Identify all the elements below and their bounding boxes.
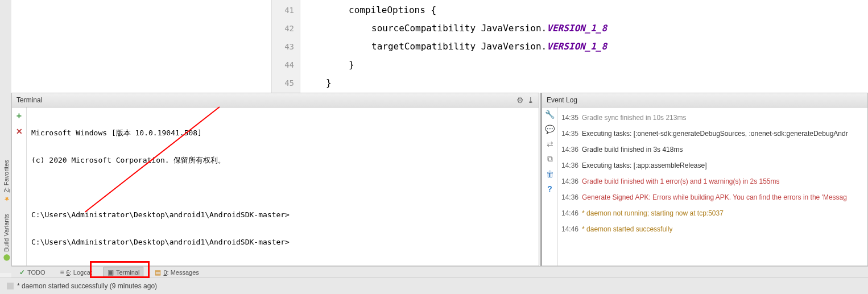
terminal-sidebar: + ✕ — [12, 107, 27, 266]
event-message: Executing tasks: [:onenet-sdk:generateDe… — [582, 130, 848, 138]
event-time: 14:46 — [561, 209, 578, 217]
event-message: Executing tasks: [:app:assembleRelease] — [582, 162, 706, 169]
event-log-title: Event Log — [547, 96, 577, 104]
help-icon[interactable]: ? — [547, 184, 552, 193]
terminal-title: Terminal — [16, 96, 42, 104]
event-message: Gradle build finished with 1 error(s) an… — [582, 177, 780, 185]
event-time: 14:36 — [561, 146, 578, 154]
logcat-tab[interactable]: ≡ 6: Logcat — [57, 267, 96, 278]
event-time: 14:36 — [561, 162, 578, 169]
code-line: sourceCompatibility JavaVersion.VERSION_… — [326, 19, 868, 38]
event-time: 14:35 — [561, 114, 578, 122]
side-tool-tabs: ★ 2: Favorites ⬤ Build Variants — [0, 0, 11, 273]
event-log-content[interactable]: 14:35 Gradle sync finished in 10s 213ms … — [558, 107, 867, 266]
android-icon: ⬤ — [2, 254, 10, 262]
messages-icon: ▤ — [155, 268, 161, 276]
terminal-output[interactable]: Microsoft Windows [版本 10.0.19041.508] (c… — [27, 107, 539, 266]
line-number: 42 — [272, 19, 300, 38]
line-number: 45 — [272, 74, 300, 92]
terminal-icon: ▣ — [108, 268, 114, 276]
line-number: 43 — [272, 38, 300, 56]
event-log-panel: Event Log 🔧 💬 ⇄ ⧉ 🗑 ? 14:35 Gradle sync … — [540, 93, 868, 266]
gear-icon[interactable]: ⚙ — [516, 96, 524, 105]
build-variants-tab[interactable]: ⬤ Build Variants — [1, 208, 11, 267]
code-line: } — [326, 74, 868, 92]
status-icon — [7, 283, 14, 289]
event-row: 14:35 Gradle sync finished in 10s 213ms — [561, 110, 864, 126]
event-log-header: Event Log — [542, 93, 867, 107]
copy-icon[interactable]: ⧉ — [547, 154, 553, 164]
messages-tab[interactable]: ▤ 0: Messages — [151, 267, 202, 278]
code-editor[interactable]: 41 42 43 44 45 compileOptions { sourceCo… — [272, 0, 868, 93]
terminal-header: Terminal ⚙ ⤓ — [12, 93, 539, 107]
terminal-line: C:\Users\Administrator\Desktop\android1\… — [31, 210, 534, 220]
close-icon[interactable]: ✕ — [16, 127, 23, 136]
bottom-tool-tabs: ✓ TODO ≡ 6: Logcat ▣ Terminal ▤ 0: Messa… — [11, 266, 868, 278]
code-line: compileOptions { — [326, 1, 868, 19]
terminal-line: (c) 2020 Microsoft Corporation. 保留所有权利。 — [31, 155, 534, 165]
status-text: * daemon started successfully (9 minutes… — [17, 282, 157, 290]
terminal-line: C:\Users\Administrator\Desktop\android1\… — [31, 264, 534, 266]
status-bar: * daemon started successfully (9 minutes… — [0, 278, 868, 294]
code-line: } — [326, 56, 868, 74]
code-line: targetCompatibility JavaVersion.VERSION_… — [326, 38, 868, 56]
tree-icon[interactable]: ⇄ — [547, 139, 553, 148]
wrench-icon[interactable]: 🔧 — [545, 110, 555, 119]
event-message: * daemon started successfully — [582, 225, 672, 233]
event-log-sidebar: 🔧 💬 ⇄ ⧉ 🗑 ? — [542, 107, 558, 266]
plus-icon[interactable]: + — [16, 111, 22, 121]
star-icon: ★ — [2, 195, 10, 202]
event-message: Gradle build finished in 3s 418ms — [582, 146, 683, 154]
terminal-line: Microsoft Windows [版本 10.0.19041.508] — [31, 128, 534, 138]
event-message: Gradle sync finished in 10s 213ms — [582, 114, 686, 122]
event-row: 14:35 Executing tasks: [:onenet-sdk:gene… — [561, 126, 864, 142]
trash-icon[interactable]: 🗑 — [546, 169, 554, 179]
line-number: 44 — [272, 56, 300, 74]
event-time: 14:36 — [561, 193, 578, 201]
event-row: 14:36 Executing tasks: [:app:assembleRel… — [561, 158, 864, 173]
event-message: Generate Signed APK: Errors while buildi… — [582, 193, 847, 201]
todo-tab[interactable]: ✓ TODO — [16, 267, 49, 278]
editor-area: 41 42 43 44 45 compileOptions { sourceCo… — [11, 0, 868, 93]
event-row: 14:36 Gradle build finished with 1 error… — [561, 173, 864, 189]
line-number: 41 — [272, 1, 300, 19]
hide-icon[interactable]: ⤓ — [527, 96, 534, 105]
speech-icon[interactable]: 💬 — [545, 125, 555, 134]
project-panel[interactable] — [11, 0, 272, 93]
favorites-tab[interactable]: ★ 2: Favorites — [1, 154, 11, 208]
event-row: 14:46 * daemon started successfully — [561, 221, 864, 237]
logcat-icon: ≡ — [60, 268, 64, 276]
event-time: 14:46 — [561, 225, 578, 233]
event-row: 14:46 * daemon not running; starting now… — [561, 205, 864, 221]
terminal-line: C:\Users\Administrator\Desktop\android1\… — [31, 237, 534, 247]
terminal-tab[interactable]: ▣ Terminal — [104, 267, 144, 278]
event-row: 14:36 Gradle build finished in 3s 418ms — [561, 142, 864, 158]
code-content[interactable]: compileOptions { sourceCompatibility Jav… — [326, 0, 868, 93]
event-time: 14:35 — [561, 130, 578, 138]
terminal-line — [31, 183, 534, 193]
terminal-panel: Terminal ⚙ ⤓ + ✕ Microsoft Windows [版本 1… — [11, 93, 539, 266]
event-row: 14:36 Generate Signed APK: Errors while … — [561, 189, 864, 205]
line-gutter: 41 42 43 44 45 — [272, 0, 300, 93]
fold-gutter — [300, 0, 326, 93]
event-time: 14:36 — [561, 177, 578, 185]
check-icon: ✓ — [19, 268, 25, 276]
event-message: * daemon not running; starting now at tc… — [582, 209, 724, 217]
